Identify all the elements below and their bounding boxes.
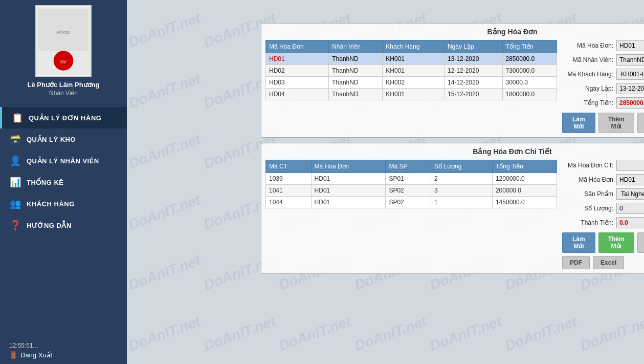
mahd-ct-input[interactable] [616,160,644,171]
logout-icon: 🚪 [9,351,17,359]
chi-tiet-split: Mã CT Mã Hóa Đơn Mã SP Số Lượng Tổng Tiề… [265,160,644,269]
sidebar-label-nhan-vien: QUẢN LÝ NHÂN VIÊN [27,157,99,165]
sidebar-bottom: 12:55:51... 🚪 Đăng Xuất [0,337,127,364]
current-time: 12:55:51... [9,342,118,349]
content-area: Bảng Hóa Đơn Mã Hóa Đơn Nhân Viên Khách … [254,18,644,364]
logout-button[interactable]: 🚪 Đăng Xuất [9,351,118,359]
form-row-soluong: Số Lượng: [562,203,644,214]
watermark-item: DoAnIT.net [127,10,203,51]
mahd-input[interactable] [616,40,644,51]
svg-text:Photo: Photo [57,29,70,35]
logout-label: Đăng Xuất [20,351,52,359]
lam-moi-button[interactable]: Làm Mới [562,113,595,133]
sanpham-label: Sản Phẩm [562,190,613,198]
ct-cap-nhat-button[interactable]: Cập Nhật [637,232,644,253]
cap-nhat-button[interactable]: Cập Nhật [637,113,644,133]
sidebar-label-kho: QUẢN LÝ KHO [27,136,76,143]
thong-ke-icon: 📊 [9,177,21,188]
sidebar-label-huong-dan: HƯỚNG DẪN [27,222,72,229]
hoa-don-panel: Bảng Hóa Đơn Mã Hóa Đơn Nhân Viên Khách … [261,23,644,138]
manv-input[interactable] [616,54,644,66]
ct-lam-moi-button[interactable]: Làm Mới [562,232,595,253]
hoa-don-fields: Mã Hóa Đơn: Mã Nhân Viên: Mã Khách Hàng: [562,40,644,133]
sidebar-item-huong-dan[interactable]: ❓ HƯỚNG DẪN [0,215,127,236]
col-sl: Số Lượng [431,160,493,173]
khach-hang-icon: 👥 [9,198,21,209]
chi-tiet-form-wrap: Mã Hóa Đơn CT: Mã Hóa Đơn Sản Phẩm [562,160,644,269]
thanhtien-input[interactable] [616,217,644,228]
user-name: Lê Phước Lâm Phương [27,81,99,89]
hoa-don-btn-row: Làm Mới Thêm Mới Cập Nhật Xóa [562,113,644,133]
content-background: // Will be rendered via JS below DoAnIT.… [127,0,644,364]
watermark-item: DoAnIT.net [127,313,203,354]
sidebar-item-don-hang[interactable]: 📋 QUẢN LÝ ĐƠN HÀNG [0,107,127,129]
watermark-item: DoAnIT.net [127,252,203,293]
col-nv: Nhân Viên [329,40,383,53]
mahd-ct2-input[interactable] [616,174,644,185]
sidebar-item-thong-ke[interactable]: 📊 THỐNG KÊ [0,172,127,193]
watermark-item: DoAnIT.net [127,131,203,172]
sidebar-label-don-hang: QUẢN LÝ ĐƠN HÀNG [29,114,101,122]
user-role: Nhân Viên [49,90,78,97]
form-row-mahd: Mã Hóa Đơn: [562,40,644,51]
table-row[interactable]: 1039HD01SP0121200000.0 [266,173,557,185]
don-hang-icon: 📋 [11,112,24,123]
them-moi-button[interactable]: Thêm Mới [598,113,634,133]
table-row[interactable]: 1041HD01SP023200000.0 [266,185,557,197]
ngay-input[interactable] [616,83,644,94]
table-row[interactable]: HD04ThanhNDKH00115-12-20201800000.0 [266,89,557,100]
thanhtien-label: Thành Tiền: [562,219,613,226]
pdf-button[interactable]: PDF [562,256,590,269]
sidebar-label-khach-hang: KHÁCH HÀNG [27,200,75,208]
excel-button[interactable]: Excel [593,256,624,269]
watermark-item: DoAnIT.net [127,71,203,112]
ct-them-moi-button[interactable]: Thêm Mới [598,232,634,253]
col-tong: Tổng Tiền [502,40,557,53]
soluong-label: Số Lượng: [562,205,613,212]
table-row[interactable]: 1044HD01SP0211450000.0 [266,197,557,208]
form-row-ngay: Ngày Lập: [562,83,644,94]
hoa-don-form: Mã Hóa Đơn: Mã Nhân Viên: Mã Khách Hàng: [562,40,644,133]
col-kh: Khách Hàng [383,40,445,53]
form-row-tong: Tổng Tiền: [562,97,644,109]
sanpham-select-wrap: Tai Nghe JBL ss [616,188,644,200]
kho-icon: 🗃️ [9,134,21,145]
chi-tiet-panel-title: Bảng Hóa Đơn Chi Tiết [265,147,644,156]
mahd-ct-label: Mã Hóa Đơn CT: [562,162,613,169]
hoa-don-table-section: Mã Hóa Đơn Nhân Viên Khách Hàng Ngày Lập… [265,40,557,133]
form-row-thanhtien: Thành Tiền: [562,217,644,228]
huong-dan-icon: ❓ [9,220,21,231]
tong-input[interactable] [616,97,644,109]
sidebar-item-kho[interactable]: 🗃️ QUẢN LÝ KHO [0,129,127,150]
hoa-don-split: Mã Hóa Đơn Nhân Viên Khách Hàng Ngày Lập… [265,40,644,133]
col-mahd2: Mã Hóa Đơn [311,160,386,173]
table-row[interactable]: HD01ThanhNDKH00113-12-20202850000.0 [266,53,557,65]
hoa-don-form-wrap: Mã Hóa Đơn: Mã Nhân Viên: Mã Khách Hàng: [562,40,644,133]
sanpham-select[interactable]: Tai Nghe JBL ss [616,188,644,200]
makh-select[interactable]: KH001-Lê ... [616,69,644,80]
col-mact: Mã CT [266,160,312,173]
chi-tiet-form: Mã Hóa Đơn CT: Mã Hóa Đơn Sản Phẩm [562,160,644,269]
form-row-manv: Mã Nhân Viên: [562,54,644,66]
hoa-don-panel-title: Bảng Hóa Đơn [265,28,644,36]
table-row[interactable]: HD02ThanhNDKH00112-12-20207300000.0 [266,65,557,77]
export-btn-row: PDF Excel [562,256,644,269]
sidebar-item-khach-hang[interactable]: 👥 KHÁCH HÀNG [0,193,127,215]
nhan-vien-icon: 👤 [9,155,21,166]
svg-text:NV: NV [60,59,66,65]
table-row[interactable]: HD03ThanhNDKH00214-12-202030000.0 [266,77,557,89]
col-tong2: Tổng Tiền [492,160,557,173]
mahd-ct2-label: Mã Hóa Đơn [562,176,613,183]
mahd-label: Mã Hóa Đơn: [562,42,613,49]
col-ngay: Ngày Lập [444,40,502,53]
sidebar-item-nhan-vien[interactable]: 👤 QUẢN LÝ NHÂN VIÊN [0,150,127,172]
sidebar: Photo NV Lê Phước Lâm Phương Nhân Viên 📋… [0,0,127,364]
chi-tiet-fields: Mã Hóa Đơn CT: Mã Hóa Đơn Sản Phẩm [562,160,644,269]
chi-tiet-table-section: Mã CT Mã Hóa Đơn Mã SP Số Lượng Tổng Tiề… [265,160,557,269]
makh-select-wrap: KH001-Lê ... ... [616,69,644,80]
soluong-input[interactable] [616,203,644,214]
chi-tiet-panel: Bảng Hóa Đơn Chi Tiết Mã CT Mã Hóa Đơn M… [261,143,644,274]
makh-label: Mã Khách Hàng: [562,71,613,78]
watermark-item: DoAnIT.net [127,192,203,233]
hoa-don-table: Mã Hóa Đơn Nhân Viên Khách Hàng Ngày Lập… [265,40,557,100]
